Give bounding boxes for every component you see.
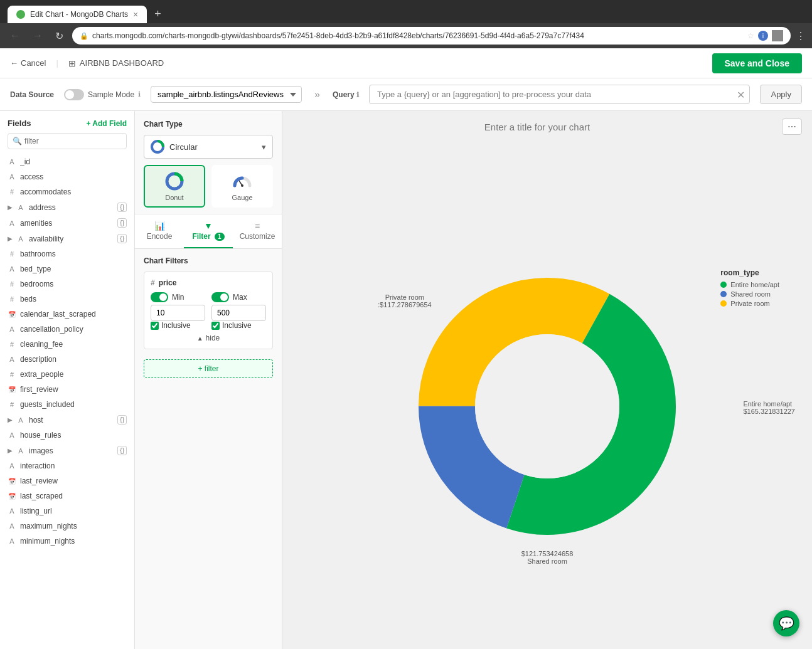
- field-name: availability: [29, 235, 114, 243]
- fields-panel: Fields + Add Field 🔍 A _id A access # ac…: [0, 111, 135, 649]
- list-item[interactable]: 📅 calendar_last_scraped: [0, 307, 134, 322]
- field-type-date-icon: 📅: [8, 386, 16, 393]
- filter-icon: ▼: [186, 221, 230, 231]
- list-item[interactable]: # accommodates: [0, 184, 134, 199]
- list-item[interactable]: A house_rules: [0, 428, 134, 443]
- dashboard-breadcrumb: ⊞ AIRBNB DASHBOARD: [68, 58, 164, 68]
- tab-close-btn[interactable]: ×: [133, 9, 138, 19]
- donut-label: Donut: [165, 194, 183, 201]
- gauge-icon: [232, 171, 252, 191]
- field-name: guests_included: [20, 400, 127, 409]
- filter-section-title: Chart Filters: [144, 256, 273, 265]
- svg-line-4: [239, 181, 242, 186]
- back-button[interactable]: ←: [6, 29, 24, 43]
- apply-button[interactable]: Apply: [760, 85, 802, 104]
- donut-icon: [164, 171, 184, 191]
- list-item[interactable]: A listing_url: [0, 504, 134, 519]
- entire-home-label-line2: $165.321831227: [743, 408, 795, 415]
- list-item[interactable]: 📅 first_review: [0, 382, 134, 397]
- query-input[interactable]: [369, 85, 750, 104]
- fields-search-input[interactable]: [8, 133, 127, 149]
- field-badge: {}: [117, 446, 127, 455]
- field-name: beds: [20, 295, 127, 303]
- filter-block-price: # price Min Inclusi: [144, 272, 273, 349]
- list-item[interactable]: # bathrooms: [0, 246, 134, 261]
- list-item[interactable]: 📅 last_scraped: [0, 488, 134, 504]
- field-type-string-icon: A: [8, 158, 16, 166]
- field-type-string-icon: A: [8, 265, 16, 273]
- legend-item-shared-room: Shared room: [720, 290, 779, 298]
- field-type-string-icon: A: [8, 462, 16, 470]
- list-item[interactable]: ▶ A availability {}: [0, 231, 134, 246]
- legend-dot-private-room: [720, 300, 727, 307]
- gauge-label: Gauge: [232, 194, 252, 201]
- list-item[interactable]: # cleaning_fee: [0, 337, 134, 352]
- add-field-button[interactable]: + Add Field: [86, 119, 127, 128]
- query-info-icon[interactable]: ℹ: [356, 91, 359, 98]
- url-bar[interactable]: 🔒 charts.mongodb.com/charts-mongodb-gtyw…: [72, 27, 791, 45]
- filter-min-input[interactable]: [151, 305, 205, 321]
- list-item[interactable]: A _id: [0, 154, 134, 169]
- filter-max-label: Max: [233, 293, 247, 302]
- filter-min-inclusive-checkbox[interactable]: [151, 322, 159, 330]
- list-item[interactable]: A maximum_nights: [0, 519, 134, 534]
- save-close-button[interactable]: Save and Close: [712, 53, 803, 73]
- add-filter-button[interactable]: + filter: [144, 359, 273, 378]
- cancel-button[interactable]: ← Cancel: [10, 58, 46, 68]
- filter-max-inclusive-checkbox[interactable]: [211, 322, 220, 330]
- sample-mode-control: Sample Mode ℹ: [64, 89, 141, 100]
- datasource-select[interactable]: sample_airbnb.listingsAndReviews: [151, 86, 302, 103]
- list-item[interactable]: # beds: [0, 292, 134, 307]
- gauge-subtype-button[interactable]: Gauge: [211, 165, 273, 208]
- list-item[interactable]: A description: [0, 352, 134, 367]
- tab-filter[interactable]: ▼ Filter 1: [184, 214, 233, 248]
- list-item[interactable]: A cancellation_policy: [0, 322, 134, 337]
- filter-max-input[interactable]: [211, 305, 266, 321]
- filter-min-label-row: Min: [151, 292, 205, 302]
- chart-preview-panel: ⋯: [282, 111, 812, 649]
- filter-max-toggle-knob: [220, 293, 228, 301]
- legend-item-entire-home: Entire home/apt: [720, 281, 779, 288]
- extensions-button[interactable]: ⋮: [796, 30, 806, 42]
- list-item[interactable]: ▶ A address {}: [0, 199, 134, 215]
- user-avatar-icon: [772, 30, 783, 41]
- sample-mode-toggle[interactable]: [64, 89, 84, 100]
- list-item[interactable]: # guests_included: [0, 397, 134, 412]
- list-item[interactable]: A amenities {}: [0, 215, 134, 231]
- list-item[interactable]: A access: [0, 169, 134, 184]
- chart-type-selector[interactable]: Circular ▾: [144, 135, 273, 159]
- field-type-date-icon: 📅: [8, 493, 16, 500]
- list-item[interactable]: ▶ A host {}: [0, 412, 134, 428]
- list-item[interactable]: # extra_people: [0, 367, 134, 382]
- refresh-button[interactable]: ↻: [51, 29, 67, 43]
- donut-subtype-button[interactable]: Donut: [144, 165, 205, 208]
- field-name: cancellation_policy: [20, 325, 127, 334]
- new-tab-button[interactable]: +: [149, 5, 166, 23]
- list-item[interactable]: 📅 last_review: [0, 473, 134, 488]
- field-type-date-icon: 📅: [8, 311, 16, 318]
- cancel-label: Cancel: [21, 58, 46, 68]
- active-tab[interactable]: Edit Chart - MongoDB Charts ×: [8, 6, 147, 23]
- field-type-string-icon: A: [16, 416, 25, 424]
- list-item[interactable]: A interaction: [0, 458, 134, 473]
- list-item[interactable]: # bedrooms: [0, 277, 134, 292]
- tab-encode[interactable]: 📊 Encode: [135, 214, 184, 248]
- query-clear-button[interactable]: ✕: [737, 88, 745, 100]
- field-type-number-icon: #: [8, 295, 16, 303]
- field-name: last_scraped: [20, 492, 127, 500]
- chat-widget-button[interactable]: 💬: [773, 610, 799, 636]
- list-item[interactable]: ▶ A images {}: [0, 443, 134, 458]
- filter-min-toggle[interactable]: [151, 292, 168, 302]
- field-name: description: [20, 355, 127, 364]
- chart-options-button[interactable]: ⋯: [782, 119, 802, 135]
- browser-tabs-bar: Edit Chart - MongoDB Charts × +: [8, 5, 804, 23]
- sample-mode-info-icon[interactable]: ℹ: [138, 90, 141, 98]
- forward-button[interactable]: →: [29, 29, 46, 43]
- field-name: bedrooms: [20, 280, 127, 288]
- tab-customize[interactable]: ≡ Customize: [233, 214, 282, 248]
- list-item[interactable]: A minimum_nights: [0, 534, 134, 549]
- filter-max-toggle[interactable]: [211, 292, 229, 302]
- chart-title-input[interactable]: [292, 122, 782, 132]
- list-item[interactable]: A bed_type: [0, 261, 134, 277]
- filter-hide-button[interactable]: ▲ hide: [151, 334, 266, 342]
